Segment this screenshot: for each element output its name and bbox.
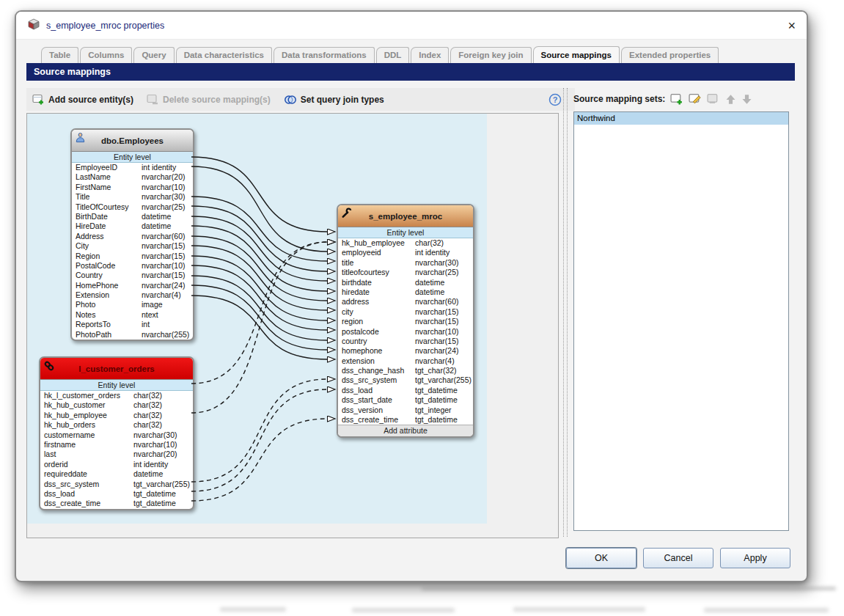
attribute-name: Extension: [76, 290, 142, 300]
attribute-row[interactable]: dss_loadtgt_datetime: [338, 386, 473, 395]
attribute-row[interactable]: Extensionnvarchar(4): [72, 290, 193, 300]
attribute-row[interactable]: hk_l_customer_orderschar(32): [40, 391, 193, 400]
attribute-type: nvarchar(30): [415, 258, 473, 268]
attribute-row[interactable]: firstnamenvarchar(10): [40, 440, 193, 450]
entity-section-row[interactable]: Entity level: [338, 227, 473, 238]
attribute-row[interactable]: BirthDatedatetime: [72, 212, 193, 221]
add-source-entity-button[interactable]: Add source entity(s): [32, 94, 133, 106]
attribute-row[interactable]: dss_versiontgt_integer: [338, 406, 473, 415]
attribute-row[interactable]: dss_create_timetgt_datetime: [40, 499, 193, 508]
attribute-row[interactable]: PostalCodenvarchar(10): [72, 261, 193, 271]
attribute-row[interactable]: lastnvarchar(20): [40, 450, 193, 459]
entity-section-row[interactable]: Entity level: [72, 152, 193, 163]
tab-extended-properties[interactable]: Extended properties: [621, 47, 719, 63]
attribute-type: tgt_datetime: [415, 386, 473, 395]
tab-foreign-key-join[interactable]: Foreign key join: [450, 47, 531, 63]
attribute-row[interactable]: regionnvarchar(15): [338, 317, 473, 326]
tab-data-transformations[interactable]: Data transformations: [274, 47, 375, 63]
apply-button[interactable]: Apply: [720, 548, 790, 568]
entity-link[interactable]: l_customer_ordersEntity levelhk_l_custom…: [39, 356, 194, 510]
attribute-row[interactable]: LastNamenvarchar(20): [72, 172, 193, 182]
entity-target[interactable]: s_employee_mrocEntity levelhk_hub_employ…: [337, 204, 474, 438]
tab-query[interactable]: Query: [133, 47, 174, 63]
attribute-row[interactable]: Notesntext: [72, 310, 193, 320]
tab-table[interactable]: Table: [41, 47, 78, 63]
tab-source-mappings[interactable]: Source mappings: [533, 46, 620, 63]
attribute-row[interactable]: Photoimage: [72, 300, 193, 309]
entity-section-row[interactable]: Entity level: [40, 380, 193, 391]
attribute-type: ntext: [142, 310, 193, 320]
attribute-row[interactable]: Citynvarchar(15): [72, 241, 193, 251]
attribute-row[interactable]: addressnvarchar(60): [338, 297, 473, 307]
attribute-row[interactable]: countrynvarchar(15): [338, 337, 473, 346]
attribute-row[interactable]: Regionnvarchar(15): [72, 252, 193, 261]
attribute-row[interactable]: Countrynvarchar(15): [72, 271, 193, 280]
attribute-name: hk_l_customer_orders: [44, 391, 133, 400]
attribute-type: char(32): [133, 411, 193, 420]
attribute-row[interactable]: employeeidint identity: [338, 248, 473, 257]
attribute-row[interactable]: requireddatedatetime: [40, 469, 193, 479]
attribute-row[interactable]: dss_src_systemtgt_varchar(255): [338, 375, 473, 385]
set-query-join-types-button[interactable]: Set query join types: [284, 95, 384, 105]
entity-header[interactable]: l_customer_orders: [40, 358, 193, 380]
attribute-name: hk_hub_customer: [44, 400, 133, 410]
ok-button[interactable]: OK: [566, 548, 636, 568]
attribute-row[interactable]: hk_hub_employeechar(32): [338, 238, 473, 248]
tab-index[interactable]: Index: [411, 47, 449, 63]
attribute-row[interactable]: PhotoPathnvarchar(255): [72, 330, 193, 340]
attribute-row[interactable]: hiredatedatetime: [338, 287, 473, 297]
attribute-row[interactable]: postalcodenvarchar(10): [338, 327, 473, 337]
entity-header[interactable]: dbo.Employees: [72, 130, 193, 152]
add-table-icon: [32, 94, 45, 106]
attribute-type: tgt_integer: [415, 406, 473, 415]
close-icon[interactable]: ×: [788, 19, 796, 32]
edit-mapping-set-icon[interactable]: [689, 93, 702, 106]
attribute-row[interactable]: dss_change_hashtgt_char(32): [338, 366, 473, 375]
attribute-row[interactable]: HireDatedatetime: [72, 221, 193, 231]
attribute-name: last: [44, 450, 133, 459]
attribute-row[interactable]: dss_src_systemtgt_varchar(255): [40, 480, 193, 489]
attribute-type: tgt_datetime: [415, 415, 473, 425]
attribute-type: nvarchar(15): [142, 241, 193, 251]
attribute-row[interactable]: Titlenvarchar(30): [72, 192, 193, 202]
attribute-name: dss_create_time: [342, 415, 415, 425]
help-icon[interactable]: ?: [548, 93, 562, 106]
attribute-row[interactable]: titleofcourtesynvarchar(25): [338, 268, 473, 277]
delete-source-mapping-button[interactable]: Delete source mapping(s): [147, 94, 271, 106]
entity-footer-add-attribute[interactable]: Add attribute: [338, 425, 473, 436]
attribute-row[interactable]: extensionnvarchar(4): [338, 356, 473, 366]
attribute-row[interactable]: citynvarchar(15): [338, 307, 473, 317]
mapping-set-item[interactable]: Northwind: [574, 112, 788, 125]
source-mapping-sets-list[interactable]: Northwind: [573, 111, 789, 531]
attribute-row[interactable]: Addressnvarchar(60): [72, 232, 193, 241]
entity-header[interactable]: s_employee_mroc: [338, 205, 473, 227]
attribute-row[interactable]: HomePhonenvarchar(24): [72, 281, 193, 290]
tab-data-characteristics[interactable]: Data characteristics: [176, 47, 272, 63]
attribute-row[interactable]: homephonenvarchar(24): [338, 346, 473, 356]
move-up-icon[interactable]: [725, 94, 736, 105]
attribute-row[interactable]: TitleOfCourtesynvarchar(25): [72, 202, 193, 212]
tab-ddl[interactable]: DDL: [376, 47, 410, 63]
move-down-icon[interactable]: [741, 94, 752, 105]
mapping-diagram-canvas[interactable]: dbo.EmployeesEntity levelEmployeeIDint i…: [26, 113, 559, 538]
attribute-row[interactable]: titlenvarchar(30): [338, 258, 473, 268]
attribute-row[interactable]: dss_start_datetgt_datetime: [338, 395, 473, 405]
attribute-row[interactable]: dss_loadtgt_datetime: [40, 489, 193, 499]
attribute-row[interactable]: ReportsToint: [72, 320, 193, 329]
attribute-row[interactable]: customernamenvarchar(30): [40, 430, 193, 440]
attribute-row[interactable]: birthdatedatetime: [338, 278, 473, 287]
attribute-row[interactable]: hk_hub_customerchar(32): [40, 400, 193, 410]
attribute-row[interactable]: hk_hub_orderschar(32): [40, 420, 193, 430]
cancel-button[interactable]: Cancel: [643, 548, 713, 568]
attribute-row[interactable]: hk_hub_employeechar(32): [40, 411, 193, 420]
entity-employees[interactable]: dbo.EmployeesEntity levelEmployeeIDint i…: [70, 128, 194, 341]
attribute-row[interactable]: EmployeeIDint identity: [72, 163, 193, 172]
panel-splitter[interactable]: [563, 88, 568, 537]
attribute-row[interactable]: FirstNamenvarchar(10): [72, 183, 193, 192]
add-mapping-set-icon[interactable]: [670, 93, 683, 106]
delete-mapping-set-icon[interactable]: [707, 93, 720, 106]
tab-columns[interactable]: Columns: [80, 47, 132, 63]
attribute-row[interactable]: dss_create_timetgt_datetime: [338, 415, 473, 425]
attribute-type: nvarchar(10): [415, 327, 473, 337]
attribute-row[interactable]: orderidint identity: [40, 460, 193, 469]
